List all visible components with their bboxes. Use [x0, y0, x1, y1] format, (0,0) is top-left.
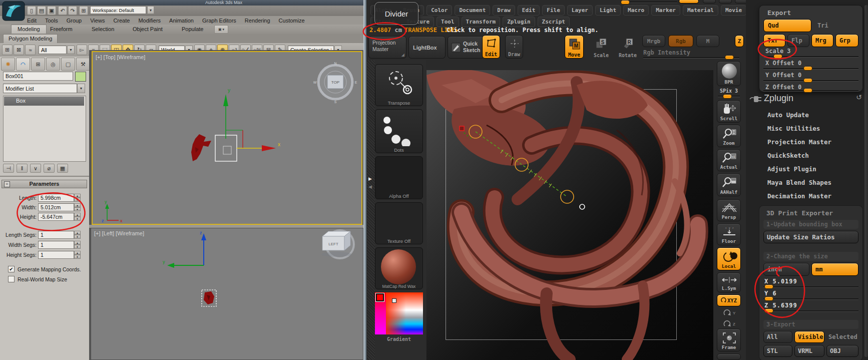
export-visible-button[interactable]: Visible: [794, 331, 824, 343]
export-panel-title[interactable]: Export: [767, 9, 791, 17]
length-spinner[interactable]: ▲▼: [74, 194, 81, 202]
menu-light[interactable]: Light: [595, 5, 621, 16]
bpr-button[interactable]: BPR: [717, 61, 741, 86]
menu-edit[interactable]: Edit: [518, 5, 540, 16]
alpha-off-tool[interactable]: Alpha Off: [375, 156, 423, 199]
right-tray-scrollbar[interactable]: [864, 5, 868, 357]
viewport-top[interactable]: [+] [Top] [Wireframe] TOP N S W E: [92, 51, 362, 225]
menu-create[interactable]: Create: [113, 18, 130, 24]
tray-expand-icon[interactable]: ▶: [368, 176, 372, 181]
menu-layer[interactable]: Layer: [567, 5, 593, 16]
tab-polygon-modeling[interactable]: Polygon Modeling: [3, 34, 58, 43]
export-scale-handle[interactable]: [773, 54, 782, 59]
export-selected-button[interactable]: Selected: [826, 331, 860, 343]
scroll-button[interactable]: Scroll: [717, 100, 741, 123]
height-segs-spinner[interactable]: ▲▼: [74, 251, 81, 259]
tab-modeling[interactable]: Modeling: [11, 25, 47, 34]
left-tray-divider[interactable]: ▶ ◀: [367, 60, 375, 360]
zbrush-canvas[interactable]: [426, 70, 713, 360]
mrg-button[interactable]: Mrg: [811, 34, 833, 47]
workspace-dropdown-arrow[interactable]: ▼: [147, 6, 154, 14]
height-segs-field[interactable]: 1: [38, 251, 74, 259]
menu-edit[interactable]: Edit: [27, 18, 37, 24]
viewport-left[interactable]: [+] [Left] [Wireframe] LEFT z y: [91, 228, 363, 360]
projection-master-button[interactable]: Projection Master ◢: [368, 36, 406, 59]
parameters-header[interactable]: − Parameters: [2, 180, 87, 188]
menu-zplugin[interactable]: Zplugin: [503, 17, 535, 27]
zplugin-item-misc-utilities[interactable]: Misc Utilities: [767, 125, 835, 132]
spix-handle[interactable]: [723, 94, 732, 99]
menu-marker[interactable]: Marker: [651, 5, 680, 16]
menu-movie[interactable]: Movie: [721, 5, 746, 16]
menu-group[interactable]: Group: [67, 18, 82, 24]
hierarchy-tab-icon[interactable]: ⊞: [31, 58, 45, 71]
scale-button[interactable]: S Scale: [592, 35, 611, 59]
aahalf-button[interactable]: AAHalf: [717, 173, 741, 196]
actual-button[interactable]: x1 Actual: [717, 149, 741, 171]
z-size-track[interactable]: [763, 310, 858, 312]
sculpt-model[interactable]: [426, 70, 713, 360]
mrgb-toggle[interactable]: Mrgb: [642, 35, 665, 47]
scene-explorer-icon[interactable]: ⊞: [79, 6, 88, 15]
open-file-icon[interactable]: ▤: [37, 6, 46, 15]
top-cut-button[interactable]: [703, 0, 716, 4]
zplugin-item-maya-blend-shapes[interactable]: Maya Blend Shapes: [767, 179, 835, 186]
shelf-cut-button[interactable]: [717, 353, 741, 360]
create-tab-icon[interactable]: ✺: [1, 58, 15, 71]
width-segs-field[interactable]: 1: [38, 241, 74, 249]
width-segs-spinner[interactable]: ▲▼: [74, 241, 81, 249]
inch-button[interactable]: inch: [763, 263, 809, 276]
rotate-z-icon[interactable]: Z: [721, 319, 737, 327]
export-vrml-button[interactable]: VRML: [794, 345, 824, 357]
length-segs-field[interactable]: 1: [38, 231, 74, 239]
z-offset-handle[interactable]: [803, 88, 812, 93]
menu-rendering[interactable]: Rendering: [245, 18, 270, 24]
flp-button[interactable]: Flp: [787, 34, 809, 47]
height-spinner[interactable]: ▲▼: [74, 213, 81, 221]
edit-button[interactable]: Edit: [482, 35, 500, 59]
zplugin-item-auto-update[interactable]: Auto Update: [767, 111, 835, 119]
real-world-checkbox[interactable]: [8, 276, 15, 282]
txr-button[interactable]: Txr: [763, 34, 785, 47]
xyz-button[interactable]: XYZ: [717, 294, 741, 306]
selection-filter-arrow[interactable]: ▼: [67, 46, 75, 54]
menu-color[interactable]: Color: [426, 5, 452, 16]
update-size-ratios-button[interactable]: Update Size Ratios: [763, 231, 858, 243]
configure-stack-icon[interactable]: ▦: [57, 164, 68, 173]
zoom-button[interactable]: Zoom: [717, 125, 741, 147]
tab-freeform[interactable]: Freeform: [50, 26, 73, 32]
grp-button[interactable]: Grp: [835, 34, 858, 47]
bind-to-space-warp-icon[interactable]: ≈: [25, 45, 36, 55]
m-toggle[interactable]: M: [696, 35, 719, 47]
rotate-y-icon[interactable]: Y: [721, 308, 737, 316]
lsym-button[interactable]: L.Sym: [717, 272, 741, 292]
object-color-swatch[interactable]: [75, 72, 86, 82]
modifier-list-dropdown[interactable]: Modifier List: [3, 84, 77, 93]
width-field[interactable]: 5.012cm: [38, 203, 74, 211]
make-unique-icon[interactable]: ∨: [30, 164, 41, 173]
object-name-field[interactable]: Box001: [3, 72, 73, 81]
persp-button[interactable]: Persp: [717, 199, 741, 221]
modifier-list-arrow[interactable]: ▼: [77, 84, 85, 93]
print-exporter-title[interactable]: 3D Print Exporter: [766, 209, 833, 217]
y-size-track[interactable]: [763, 298, 858, 300]
menu-draw[interactable]: Draw: [493, 5, 515, 16]
matcap-tool[interactable]: MatCap Red Wax: [375, 247, 423, 289]
gradient-label[interactable]: Gradient: [375, 336, 423, 342]
mm-button[interactable]: mm: [811, 263, 858, 276]
zadd-toggle-cut[interactable]: Z: [735, 35, 744, 47]
floor-button[interactable]: xyz Floor: [717, 223, 741, 245]
menu-material[interactable]: Material: [683, 5, 718, 16]
menu-file[interactable]: File: [542, 5, 565, 16]
modifier-stack-row-box[interactable]: Box: [4, 97, 84, 106]
y-size-handle[interactable]: [764, 296, 773, 301]
y-offset-handle[interactable]: [803, 78, 812, 83]
lightbox-button[interactable]: LightBox: [408, 36, 446, 59]
utilities-tab-icon[interactable]: ⚒: [76, 58, 90, 71]
new-file-icon[interactable]: ▯: [27, 6, 36, 15]
zplugin-title[interactable]: Zplugin: [764, 93, 793, 104]
motion-tab-icon[interactable]: ◎: [46, 58, 60, 71]
length-segs-spinner[interactable]: ▲▼: [74, 231, 81, 239]
texture-off-tool[interactable]: Texture Off: [375, 202, 423, 244]
tab-selection[interactable]: Selection: [92, 26, 114, 32]
